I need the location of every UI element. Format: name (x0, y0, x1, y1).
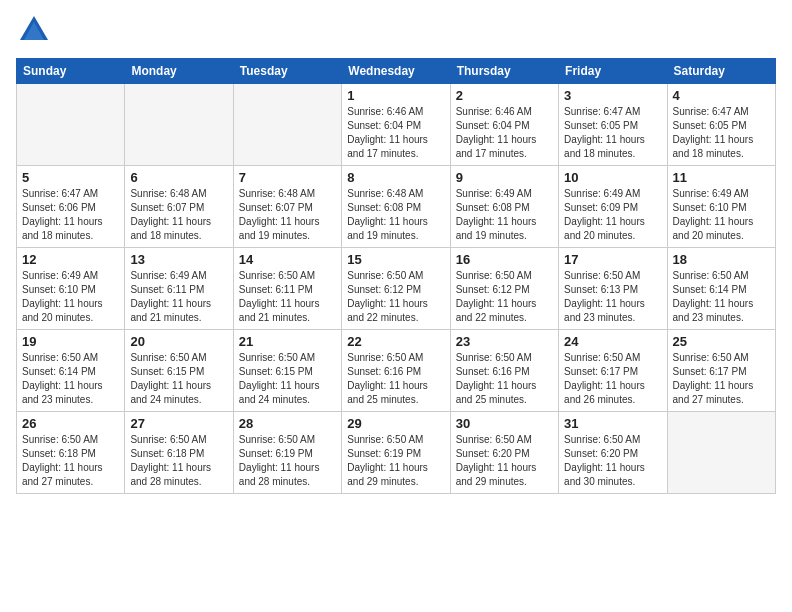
cell-info: Sunrise: 6:50 AMSunset: 6:18 PMDaylight:… (130, 433, 227, 489)
day-number: 5 (22, 170, 119, 185)
cell-info: Sunrise: 6:49 AMSunset: 6:10 PMDaylight:… (673, 187, 770, 243)
calendar-cell: 24Sunrise: 6:50 AMSunset: 6:17 PMDayligh… (559, 330, 667, 412)
day-number: 21 (239, 334, 336, 349)
cell-info: Sunrise: 6:50 AMSunset: 6:18 PMDaylight:… (22, 433, 119, 489)
calendar-cell (17, 84, 125, 166)
day-number: 18 (673, 252, 770, 267)
day-number: 11 (673, 170, 770, 185)
calendar-cell: 10Sunrise: 6:49 AMSunset: 6:09 PMDayligh… (559, 166, 667, 248)
cell-info: Sunrise: 6:50 AMSunset: 6:20 PMDaylight:… (564, 433, 661, 489)
day-number: 13 (130, 252, 227, 267)
calendar-cell (667, 412, 775, 494)
calendar-cell: 31Sunrise: 6:50 AMSunset: 6:20 PMDayligh… (559, 412, 667, 494)
cell-info: Sunrise: 6:50 AMSunset: 6:13 PMDaylight:… (564, 269, 661, 325)
day-number: 19 (22, 334, 119, 349)
calendar-cell: 16Sunrise: 6:50 AMSunset: 6:12 PMDayligh… (450, 248, 558, 330)
day-number: 10 (564, 170, 661, 185)
cell-info: Sunrise: 6:50 AMSunset: 6:17 PMDaylight:… (673, 351, 770, 407)
day-number: 23 (456, 334, 553, 349)
weekday-header-monday: Monday (125, 59, 233, 84)
calendar-cell: 4Sunrise: 6:47 AMSunset: 6:05 PMDaylight… (667, 84, 775, 166)
day-number: 14 (239, 252, 336, 267)
week-row-4: 19Sunrise: 6:50 AMSunset: 6:14 PMDayligh… (17, 330, 776, 412)
day-number: 15 (347, 252, 444, 267)
week-row-2: 5Sunrise: 6:47 AMSunset: 6:06 PMDaylight… (17, 166, 776, 248)
calendar-cell: 26Sunrise: 6:50 AMSunset: 6:18 PMDayligh… (17, 412, 125, 494)
weekday-header-row: SundayMondayTuesdayWednesdayThursdayFrid… (17, 59, 776, 84)
calendar-cell: 1Sunrise: 6:46 AMSunset: 6:04 PMDaylight… (342, 84, 450, 166)
cell-info: Sunrise: 6:46 AMSunset: 6:04 PMDaylight:… (347, 105, 444, 161)
weekday-header-friday: Friday (559, 59, 667, 84)
weekday-header-sunday: Sunday (17, 59, 125, 84)
calendar-cell: 9Sunrise: 6:49 AMSunset: 6:08 PMDaylight… (450, 166, 558, 248)
cell-info: Sunrise: 6:50 AMSunset: 6:16 PMDaylight:… (347, 351, 444, 407)
day-number: 26 (22, 416, 119, 431)
calendar-cell: 23Sunrise: 6:50 AMSunset: 6:16 PMDayligh… (450, 330, 558, 412)
calendar-cell: 29Sunrise: 6:50 AMSunset: 6:19 PMDayligh… (342, 412, 450, 494)
cell-info: Sunrise: 6:49 AMSunset: 6:11 PMDaylight:… (130, 269, 227, 325)
cell-info: Sunrise: 6:47 AMSunset: 6:06 PMDaylight:… (22, 187, 119, 243)
cell-info: Sunrise: 6:48 AMSunset: 6:07 PMDaylight:… (130, 187, 227, 243)
cell-info: Sunrise: 6:47 AMSunset: 6:05 PMDaylight:… (673, 105, 770, 161)
calendar-cell (125, 84, 233, 166)
day-number: 12 (22, 252, 119, 267)
weekday-header-thursday: Thursday (450, 59, 558, 84)
cell-info: Sunrise: 6:50 AMSunset: 6:19 PMDaylight:… (347, 433, 444, 489)
logo (16, 12, 56, 48)
day-number: 29 (347, 416, 444, 431)
day-number: 6 (130, 170, 227, 185)
day-number: 9 (456, 170, 553, 185)
calendar-cell: 8Sunrise: 6:48 AMSunset: 6:08 PMDaylight… (342, 166, 450, 248)
cell-info: Sunrise: 6:50 AMSunset: 6:12 PMDaylight:… (456, 269, 553, 325)
calendar-table: SundayMondayTuesdayWednesdayThursdayFrid… (16, 58, 776, 494)
calendar-cell: 25Sunrise: 6:50 AMSunset: 6:17 PMDayligh… (667, 330, 775, 412)
calendar-cell: 27Sunrise: 6:50 AMSunset: 6:18 PMDayligh… (125, 412, 233, 494)
cell-info: Sunrise: 6:49 AMSunset: 6:08 PMDaylight:… (456, 187, 553, 243)
day-number: 7 (239, 170, 336, 185)
calendar-cell: 15Sunrise: 6:50 AMSunset: 6:12 PMDayligh… (342, 248, 450, 330)
calendar-cell: 17Sunrise: 6:50 AMSunset: 6:13 PMDayligh… (559, 248, 667, 330)
calendar-cell: 19Sunrise: 6:50 AMSunset: 6:14 PMDayligh… (17, 330, 125, 412)
day-number: 25 (673, 334, 770, 349)
cell-info: Sunrise: 6:50 AMSunset: 6:12 PMDaylight:… (347, 269, 444, 325)
calendar-cell: 28Sunrise: 6:50 AMSunset: 6:19 PMDayligh… (233, 412, 341, 494)
day-number: 24 (564, 334, 661, 349)
day-number: 22 (347, 334, 444, 349)
day-number: 8 (347, 170, 444, 185)
calendar-cell: 6Sunrise: 6:48 AMSunset: 6:07 PMDaylight… (125, 166, 233, 248)
cell-info: Sunrise: 6:50 AMSunset: 6:20 PMDaylight:… (456, 433, 553, 489)
cell-info: Sunrise: 6:49 AMSunset: 6:10 PMDaylight:… (22, 269, 119, 325)
weekday-header-tuesday: Tuesday (233, 59, 341, 84)
cell-info: Sunrise: 6:50 AMSunset: 6:15 PMDaylight:… (239, 351, 336, 407)
weekday-header-wednesday: Wednesday (342, 59, 450, 84)
cell-info: Sunrise: 6:50 AMSunset: 6:15 PMDaylight:… (130, 351, 227, 407)
cell-info: Sunrise: 6:48 AMSunset: 6:08 PMDaylight:… (347, 187, 444, 243)
day-number: 16 (456, 252, 553, 267)
calendar-cell: 3Sunrise: 6:47 AMSunset: 6:05 PMDaylight… (559, 84, 667, 166)
day-number: 28 (239, 416, 336, 431)
calendar-cell: 22Sunrise: 6:50 AMSunset: 6:16 PMDayligh… (342, 330, 450, 412)
day-number: 4 (673, 88, 770, 103)
day-number: 2 (456, 88, 553, 103)
calendar-cell: 20Sunrise: 6:50 AMSunset: 6:15 PMDayligh… (125, 330, 233, 412)
cell-info: Sunrise: 6:50 AMSunset: 6:14 PMDaylight:… (673, 269, 770, 325)
cell-info: Sunrise: 6:47 AMSunset: 6:05 PMDaylight:… (564, 105, 661, 161)
calendar-cell: 21Sunrise: 6:50 AMSunset: 6:15 PMDayligh… (233, 330, 341, 412)
calendar-cell: 18Sunrise: 6:50 AMSunset: 6:14 PMDayligh… (667, 248, 775, 330)
week-row-3: 12Sunrise: 6:49 AMSunset: 6:10 PMDayligh… (17, 248, 776, 330)
calendar-cell: 11Sunrise: 6:49 AMSunset: 6:10 PMDayligh… (667, 166, 775, 248)
day-number: 30 (456, 416, 553, 431)
logo-icon (16, 12, 52, 48)
cell-info: Sunrise: 6:50 AMSunset: 6:19 PMDaylight:… (239, 433, 336, 489)
page: SundayMondayTuesdayWednesdayThursdayFrid… (0, 0, 792, 612)
day-number: 31 (564, 416, 661, 431)
day-number: 27 (130, 416, 227, 431)
header (16, 12, 776, 48)
calendar-cell: 14Sunrise: 6:50 AMSunset: 6:11 PMDayligh… (233, 248, 341, 330)
weekday-header-saturday: Saturday (667, 59, 775, 84)
cell-info: Sunrise: 6:46 AMSunset: 6:04 PMDaylight:… (456, 105, 553, 161)
cell-info: Sunrise: 6:48 AMSunset: 6:07 PMDaylight:… (239, 187, 336, 243)
calendar-cell: 13Sunrise: 6:49 AMSunset: 6:11 PMDayligh… (125, 248, 233, 330)
calendar-cell: 30Sunrise: 6:50 AMSunset: 6:20 PMDayligh… (450, 412, 558, 494)
day-number: 1 (347, 88, 444, 103)
